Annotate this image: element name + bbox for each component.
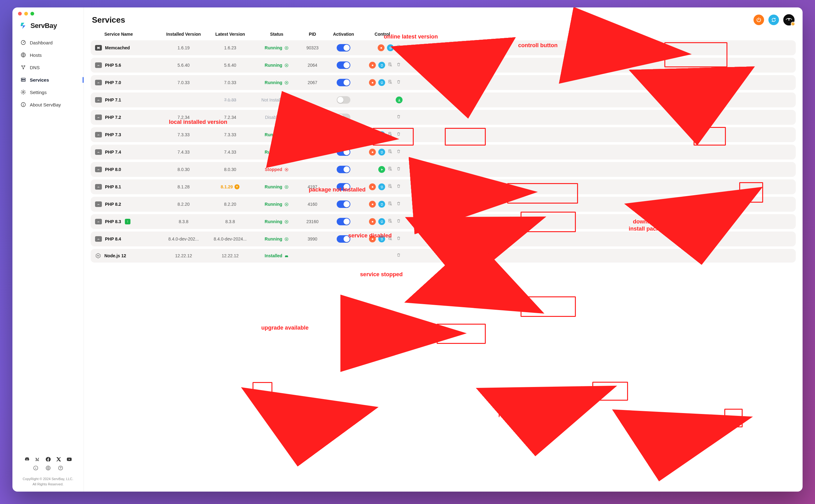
info-small-icon[interactable] [33,465,38,471]
cell-latest: 8.1.29 [207,184,254,189]
cell-status: Stopped [254,167,300,172]
language-icon[interactable] [45,465,51,471]
cell-pid: 4246 [300,150,325,155]
restart-button[interactable] [378,149,385,155]
view-log-button[interactable] [388,149,394,155]
table-body: Memcached 1.6.19 1.6.23 Running 90323 ph… [91,40,796,263]
restart-button[interactable] [378,62,385,69]
restart-button[interactable] [378,201,385,208]
svg-marker-77 [381,169,383,170]
delete-button[interactable] [396,149,403,155]
restart-button[interactable] [378,131,385,138]
php-icon: php [95,184,102,190]
cell-controls [362,149,403,155]
cell-status: Running [254,80,300,85]
view-log-button[interactable] [388,132,394,138]
activation-toggle[interactable] [337,131,350,138]
cell-name: php PHP 8.1 [95,184,160,190]
stop-button[interactable] [369,62,376,69]
activation-toggle[interactable] [337,148,350,156]
service-name: PHP 8.3 [105,219,121,224]
delete-button[interactable] [396,166,403,173]
view-log-button[interactable] [396,45,403,51]
sidebar-item-services[interactable]: Services [18,74,78,86]
dns-icon [20,65,26,70]
start-button[interactable] [378,166,385,173]
x-icon[interactable] [56,457,61,462]
delete-button[interactable] [396,253,403,259]
activation-toggle[interactable] [337,200,350,208]
user-avatar[interactable] [783,14,795,25]
delete-button[interactable] [396,79,403,86]
activation-toggle[interactable] [337,166,350,173]
sidebar-item-settings[interactable]: Settings [18,86,78,98]
restart-button[interactable] [378,218,385,225]
restart-button[interactable] [387,44,394,51]
service-name: PHP 7.1 [105,97,121,102]
view-log-button[interactable] [388,79,394,86]
minimize-window-button[interactable] [24,12,28,16]
stop-button[interactable] [369,79,376,86]
activation-toggle[interactable] [337,183,350,191]
restart-button[interactable] [378,183,385,190]
view-log-button[interactable] [388,166,394,173]
delete-button[interactable] [396,218,403,225]
delete-button[interactable] [396,184,403,190]
facebook-icon[interactable] [45,457,51,462]
svg-text:php: php [97,117,99,118]
view-log-button[interactable] [388,218,394,225]
view-log-button[interactable] [388,62,394,68]
activation-toggle[interactable] [337,235,350,243]
svg-rect-21 [786,19,789,20]
medium-icon[interactable] [35,457,40,462]
delete-button[interactable] [396,201,403,207]
stop-button[interactable] [369,183,376,190]
svg-rect-62 [389,132,391,135]
cell-controls [362,183,403,190]
activation-toggle[interactable] [337,44,350,52]
svg-rect-105 [389,219,391,222]
activation-toggle[interactable] [337,218,350,225]
stop-button[interactable] [369,149,376,155]
nodejs-icon [95,253,101,259]
activation-toggle[interactable] [337,96,350,104]
delete-button[interactable] [396,132,403,138]
view-log-button[interactable] [388,184,394,190]
activation-toggle[interactable] [337,79,350,86]
delete-button[interactable] [396,62,403,68]
sidebar-item-about[interactable]: About ServBay [18,99,78,110]
close-window-button[interactable] [18,12,22,16]
delete-button[interactable] [396,236,403,242]
global-power-button[interactable] [754,15,764,25]
svg-point-17 [60,469,61,470]
restart-button[interactable] [378,79,385,86]
sidebar-item-hosts[interactable]: Hosts [18,49,78,61]
discord-icon[interactable] [24,457,30,462]
stop-button[interactable] [369,131,376,138]
service-name: PHP 8.4 [105,236,121,241]
delete-button[interactable] [396,114,403,120]
restart-button[interactable] [378,236,385,242]
activation-toggle[interactable] [337,114,350,121]
service-row: php PHP 5.6 5.6.40 5.6.40 Running 2064 [91,58,796,73]
service-name: PHP 5.6 [105,63,121,68]
view-log-button[interactable] [388,201,394,207]
help-icon[interactable] [58,465,63,471]
stop-button[interactable] [378,44,385,51]
sidebar-item-dns[interactable]: DNS [18,61,78,73]
sidebar-item-dashboard[interactable]: Dashboard [18,37,78,48]
cell-installed: 8.0.30 [160,167,207,172]
stop-button[interactable] [369,236,376,242]
activation-toggle[interactable] [337,61,350,69]
service-name: Node.js 12 [104,253,126,258]
view-log-button[interactable] [388,236,394,242]
global-reload-button[interactable] [768,15,779,25]
cell-latest: 8.4.0-dev-2024... [207,236,254,241]
download-button[interactable] [396,97,403,103]
youtube-icon[interactable] [66,457,72,462]
stop-button[interactable] [369,201,376,208]
stop-button[interactable] [369,218,376,225]
cell-activation [325,183,362,191]
service-row: php PHP 8.3 8.3.8 8.3.8 Running 23160 [91,214,796,229]
maximize-window-button[interactable] [30,12,34,16]
